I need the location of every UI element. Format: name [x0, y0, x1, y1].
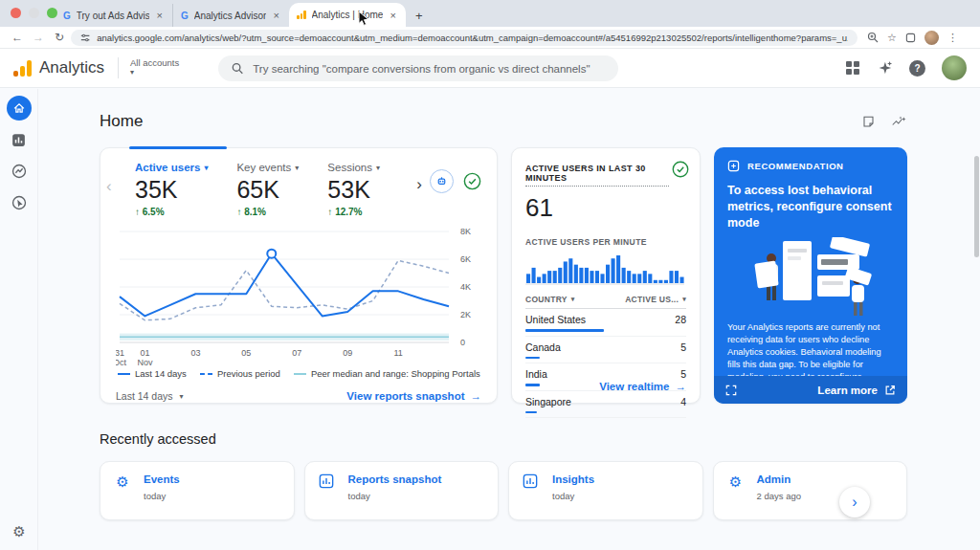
window-controls[interactable]	[11, 8, 57, 18]
expand-icon[interactable]	[725, 385, 737, 396]
apps-grid-icon[interactable]	[846, 61, 859, 75]
help-icon[interactable]: ?	[909, 60, 925, 77]
tab-close-icon[interactable]: ×	[155, 10, 165, 21]
benchmarking-icon[interactable]	[430, 169, 454, 193]
gear-icon: ⚙	[727, 473, 745, 491]
country-value: 5	[680, 341, 686, 353]
user-avatar[interactable]	[942, 55, 967, 80]
new-tab-button[interactable]: +	[415, 10, 423, 22]
date-range-selector[interactable]: Last 14 days ▾	[116, 390, 184, 402]
browser-tab[interactable]: Analytics | Home×	[289, 3, 406, 27]
svg-text:09: 09	[343, 348, 352, 358]
country-name: United States	[525, 314, 604, 325]
tab-title: Analytics | Home	[312, 10, 383, 20]
url-text: analytics.google.com/analytics/web/?utm_…	[97, 33, 848, 43]
nav-admin-gear-icon[interactable]: ⚙	[0, 523, 38, 540]
view-realtime-link[interactable]: View realtime →	[599, 381, 686, 392]
browser-profile-avatar[interactable]	[924, 31, 939, 45]
insights-sparkline-icon[interactable]	[891, 115, 907, 129]
close-window-button[interactable]	[11, 8, 21, 18]
metric-delta: ↑ 12.7%	[327, 207, 380, 217]
browser-tab[interactable]: GTry out Ads Advisor and Ana×	[56, 4, 172, 27]
svg-text:0: 0	[460, 338, 465, 347]
back-button[interactable]: ←	[8, 31, 27, 44]
page-scrollbar[interactable]	[974, 156, 979, 257]
carousel-left-icon[interactable]: ‹	[106, 177, 112, 196]
legend-item: Last 14 days	[118, 368, 187, 379]
arrow-up-icon: ↑	[327, 207, 335, 217]
recommendation-body: Your Analytics reports are currently not…	[714, 318, 907, 376]
bar-chart-icon	[523, 473, 540, 489]
recent-card-label: Admin	[757, 473, 801, 485]
tab-title: Try out Ads Advisor and Ana	[77, 11, 149, 21]
tab-close-icon[interactable]: ×	[272, 10, 281, 21]
product-name: Analytics	[39, 58, 104, 77]
account-switcher[interactable]: All accounts ▾	[130, 58, 179, 77]
metric-selector[interactable]: Key events▾	[236, 162, 299, 173]
google-favicon-icon: G	[181, 11, 189, 21]
metric-selector[interactable]: Sessions▾	[327, 162, 380, 173]
nav-explore-icon[interactable]	[7, 159, 32, 184]
svg-text:6K: 6K	[460, 254, 471, 264]
view-reports-snapshot-link[interactable]: View reports snapshot →	[346, 390, 481, 402]
notes-icon[interactable]	[861, 115, 876, 129]
active-users-column-header[interactable]: ACTIVE US...▾	[625, 295, 686, 304]
carousel-right-icon[interactable]: ›	[416, 175, 422, 194]
chevron-down-icon: ▾	[682, 296, 686, 303]
search-icon	[232, 62, 243, 75]
search-input[interactable]	[253, 63, 605, 75]
recommendation-badge-icon	[727, 160, 740, 172]
tab-close-icon[interactable]: ×	[389, 10, 398, 21]
nav-reports-icon[interactable]	[7, 127, 32, 152]
country-value: 28	[675, 314, 686, 325]
search-bar[interactable]	[218, 55, 618, 81]
arrow-right-icon: →	[676, 381, 687, 392]
extensions-icon[interactable]	[905, 33, 916, 43]
analytics-logo-icon[interactable]	[13, 59, 32, 77]
header-divider	[118, 57, 119, 78]
zoom-icon[interactable]	[867, 32, 879, 43]
browser-menu-icon[interactable]: ⋮	[947, 32, 958, 44]
gemini-sparkle-icon[interactable]	[876, 59, 893, 77]
recently-accessed-title: Recently accessed	[100, 431, 907, 447]
data-quality-check-icon[interactable]	[461, 170, 483, 192]
nav-home-icon[interactable]	[7, 96, 32, 121]
country-row: Singapore4	[525, 391, 686, 419]
mouse-cursor	[358, 11, 370, 27]
minimize-window-button[interactable]	[29, 8, 39, 18]
learn-more-button[interactable]: Learn more	[817, 385, 896, 396]
country-bar	[525, 384, 540, 386]
address-bar[interactable]: analytics.google.com/analytics/web/?utm_…	[71, 30, 858, 46]
svg-text:8K: 8K	[460, 227, 471, 236]
country-value: 5	[680, 368, 686, 380]
country-name: Singapore	[525, 396, 571, 407]
trend-chart: 8K6K4K2K031Oct01Nov0305070911	[116, 227, 481, 366]
country-bar	[525, 411, 537, 414]
site-settings-icon[interactable]	[80, 33, 90, 43]
recently-accessed-cards: ⚙EventstodayReports snapshottodayInsight…	[100, 461, 907, 520]
recent-carousel-next-button[interactable]: ›	[839, 487, 870, 517]
metric-selector[interactable]: Active users▾	[135, 162, 208, 173]
forward-button[interactable]: →	[29, 31, 48, 44]
chevron-down-icon: ▾	[130, 69, 179, 77]
svg-text:Oct: Oct	[116, 358, 126, 366]
realtime-check-icon[interactable]	[671, 160, 690, 179]
browser-tab[interactable]: GAnalytics Advisor (Beta) - An×	[172, 4, 289, 27]
country-list: United States28Canada5India5Singapore4	[525, 309, 686, 418]
recommendation-title: To access lost behavioral metrics, recon…	[714, 172, 907, 231]
reload-button[interactable]: ↻	[50, 31, 69, 44]
chevron-down-icon: ▾	[204, 164, 208, 172]
metric-key-events: Key events▾65K↑ 8.1%	[236, 162, 299, 217]
page-title: Home	[100, 112, 143, 131]
recent-card-label: Events	[144, 473, 180, 485]
legend-item: Peer median and range: Shopping Portals	[294, 368, 480, 379]
recent-card-admin[interactable]: ⚙Admin2 days ago	[713, 461, 908, 520]
recent-card-events[interactable]: ⚙Eventstoday	[100, 461, 295, 520]
bookmark-star-icon[interactable]: ☆	[887, 32, 897, 44]
active-metric-tab-indicator	[129, 146, 227, 149]
recent-card-insights[interactable]: Insightstoday	[508, 461, 703, 520]
recent-card-timestamp: today	[552, 491, 594, 501]
nav-advertising-icon[interactable]	[7, 190, 32, 215]
recent-card-reports-snapshot[interactable]: Reports snapshottoday	[304, 461, 500, 520]
country-column-header[interactable]: COUNTRY▾	[525, 295, 575, 304]
